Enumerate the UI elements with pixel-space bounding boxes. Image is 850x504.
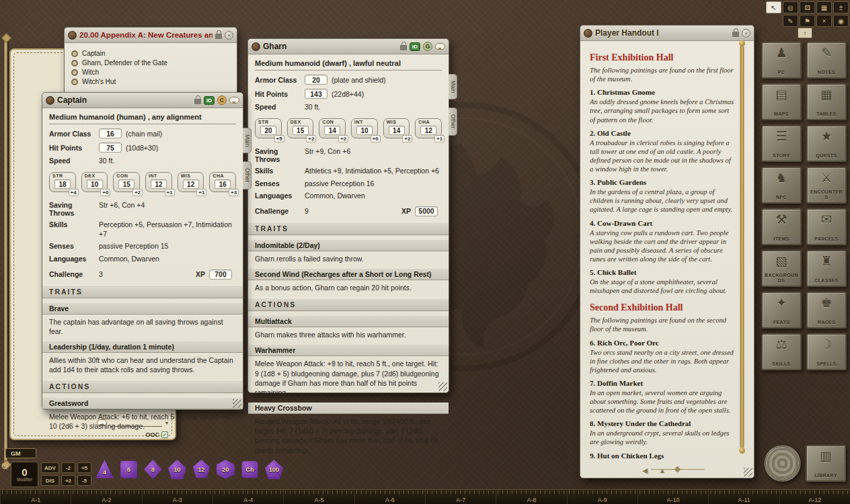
sidebar-button[interactable]: ▦ TABLES — [806, 83, 847, 120]
ability-score-box[interactable]: STR 20 +5 — [255, 118, 282, 138]
ability-score-box[interactable]: CON 15 +2 — [113, 172, 140, 192]
hotkey-slot[interactable]: A-11 — [708, 490, 779, 504]
sidebar-button[interactable]: ♟ PC — [761, 42, 802, 79]
close-button[interactable]: × — [742, 29, 750, 38]
ability-score-box[interactable]: CHA 12 +1 — [415, 118, 442, 138]
select-tool-button[interactable]: ↖ — [766, 1, 781, 13]
sidebar-button[interactable]: ☰ STORY — [761, 125, 802, 162]
die[interactable]: 100 — [265, 460, 283, 479]
chat-bubble-icon[interactable] — [435, 43, 445, 50]
modifier-button[interactable]: +5 — [77, 462, 91, 473]
die[interactable]: Ch — [241, 460, 259, 479]
panel-arrow-button[interactable]: ↑ — [798, 28, 812, 38]
scrollbar[interactable] — [740, 46, 744, 448]
appendix-entry[interactable]: Witch — [71, 69, 230, 76]
sidebar-button[interactable]: ☽ SPELLS — [806, 333, 847, 370]
lock-icon[interactable] — [732, 32, 739, 37]
ability-score-box[interactable]: CHA 16 +3 — [209, 172, 236, 192]
appendix-entry[interactable]: Witch's Hut — [71, 78, 230, 85]
sidebar-button[interactable]: ✦ FEATS — [761, 292, 802, 329]
modifier-button[interactable]: ADV — [41, 462, 59, 473]
draw-tool-button[interactable]: ✎ — [783, 15, 798, 27]
die[interactable]: 12 — [192, 460, 210, 479]
hotkey-slot[interactable]: A-2 — [71, 490, 141, 504]
xp-value[interactable]: 5000 — [415, 206, 438, 216]
xp-value[interactable]: 700 — [209, 269, 232, 280]
hotkey-slot[interactable]: A-10 — [638, 490, 708, 504]
close-button[interactable]: × — [225, 31, 233, 40]
radial-menu-button[interactable]: ◉ — [833, 15, 849, 27]
window-tab[interactable]: Other — [243, 161, 252, 189]
modifier-tool-button[interactable]: ± — [833, 1, 849, 13]
ability-score-box[interactable]: DEX 10 +0 — [81, 172, 108, 192]
die[interactable]: 8 — [144, 460, 162, 479]
hotkey-slot[interactable]: A-1 — [0, 490, 71, 504]
erase-tool-button[interactable]: × — [816, 15, 832, 27]
ability-score-box[interactable]: WIS 14 +2 — [383, 118, 410, 138]
sidebar-button[interactable]: ▧ BACKGROUNDS — [761, 250, 802, 287]
ability-score-box[interactable]: STR 18 +4 — [49, 172, 76, 192]
modifier-button[interactable]: DIS — [41, 475, 59, 486]
ooc-label[interactable]: OOC — [145, 431, 159, 438]
sidebar-button[interactable]: ♜ CLASSES — [806, 250, 847, 287]
appendix-entry[interactable]: Gharn, Defender of the Gate — [71, 59, 230, 67]
modifier-button[interactable]: -5 — [77, 475, 91, 486]
hotkey-slot[interactable]: A-8 — [496, 490, 566, 504]
sidebar-button[interactable]: ⚖ SKILLS — [761, 333, 802, 370]
lock-icon[interactable] — [215, 34, 222, 39]
scroll-up-button[interactable]: ▲ — [658, 466, 666, 475]
die[interactable]: 20 — [217, 460, 235, 479]
window-tab[interactable]: Main — [449, 74, 457, 99]
hotkey-slot[interactable]: A-6 — [354, 490, 425, 504]
chat-bubble-icon[interactable] — [229, 97, 239, 103]
armor-class-value[interactable]: 20 — [305, 75, 327, 85]
settings-gear-icon[interactable]: ⚙ — [1, 461, 9, 471]
lock-icon[interactable] — [194, 99, 201, 104]
armor-class-value[interactable]: 16 — [99, 128, 122, 138]
modifier-button[interactable]: +2 — [61, 475, 75, 486]
modifier-box[interactable]: 0 Modifier — [11, 462, 38, 487]
sidebar-button[interactable]: ✉ PARCELS — [806, 208, 847, 245]
hit-points-value[interactable]: 75 — [99, 142, 122, 153]
pointer-tool-button[interactable]: ⚑ — [800, 15, 815, 27]
hotkey-slot[interactable]: A-9 — [567, 490, 638, 504]
die[interactable]: 6 — [120, 460, 138, 479]
id-badge[interactable]: ID — [410, 42, 420, 51]
die[interactable]: 10 — [168, 460, 186, 479]
appendix-entry[interactable]: Captain — [71, 50, 230, 57]
ability-score-box[interactable]: WIS 12 +1 — [178, 172, 204, 192]
modifier-button[interactable]: -2 — [61, 462, 75, 473]
hotkey-slot[interactable]: A-7 — [425, 490, 496, 504]
hotkey-label: A-6 — [385, 497, 395, 503]
ooc-check-icon[interactable]: ✓ — [161, 431, 168, 438]
window-tab[interactable]: Main — [243, 128, 252, 153]
sidebar-button[interactable]: ♚ RACES — [806, 292, 847, 329]
ability-score-box[interactable]: DEX 15 +2 — [287, 118, 314, 138]
target-tool-button[interactable]: ◎ — [783, 1, 798, 13]
lock-icon[interactable] — [400, 45, 407, 50]
sidebar-button[interactable]: ✎ NOTES — [806, 42, 847, 79]
page-back-button[interactable]: ◀ — [642, 466, 648, 475]
library-button[interactable]: ▥ LIBRARY — [806, 445, 846, 482]
grid-tool-button[interactable]: ▦ — [816, 1, 832, 13]
hit-points-value[interactable]: 143 — [305, 89, 327, 99]
id-badge[interactable]: ID — [204, 96, 215, 105]
die[interactable]: 4 — [95, 460, 114, 479]
ability-score-box[interactable]: INT 12 +1 — [145, 172, 172, 192]
sidebar-button[interactable]: ★ QUESTS — [806, 125, 847, 162]
token-icon[interactable]: C — [217, 95, 227, 105]
hotkey-slot[interactable]: A-4 — [212, 490, 283, 504]
sidebar-button[interactable]: ▤ MAPS — [761, 83, 802, 120]
window-tab[interactable]: Other — [449, 108, 457, 135]
dice-tower-button[interactable]: ⚄ — [800, 1, 815, 13]
token-icon[interactable]: G — [423, 42, 432, 51]
hotkey-slot[interactable]: A-12 — [779, 490, 850, 504]
sidebar-button[interactable]: ⚔ ENCOUNTERS — [806, 167, 847, 204]
sidebar-button[interactable]: ♞ NPC — [761, 167, 802, 204]
ability-score-box[interactable]: CON 14 +2 — [319, 118, 346, 138]
sidebar-button[interactable]: ⚒ ITEMS — [761, 208, 802, 245]
tokens-button[interactable] — [764, 445, 801, 482]
hotkey-slot[interactable]: A-3 — [142, 490, 212, 504]
ability-score-box[interactable]: INT 10 +0 — [351, 118, 378, 138]
hotkey-slot[interactable]: A-5 — [283, 490, 354, 504]
